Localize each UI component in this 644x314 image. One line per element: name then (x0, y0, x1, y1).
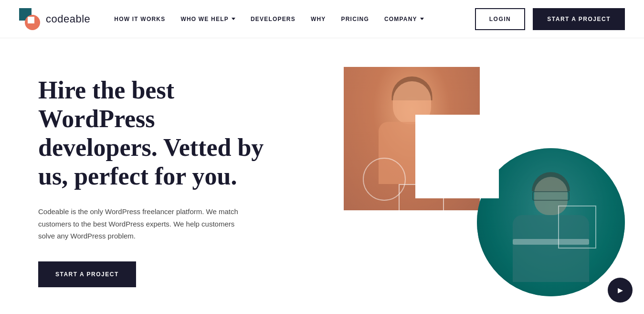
start-project-nav-button[interactable]: START A PROJECT (533, 8, 625, 30)
nav-why[interactable]: WHY (311, 16, 326, 22)
nav-who-we-help[interactable]: WHO WE HELP (180, 16, 235, 22)
hero-description: Codeable is the only WordPress freelance… (38, 206, 239, 242)
start-project-hero-button[interactable]: START A PROJECT (38, 261, 136, 287)
login-button[interactable]: LOGIN (475, 8, 526, 30)
nav-how-it-works[interactable]: HOW IT WORKS (114, 16, 165, 22)
nav-company[interactable]: COMPANY (384, 16, 424, 22)
logo-icon (19, 8, 41, 30)
nav-actions: LOGIN START A PROJECT (475, 8, 625, 30)
chat-button[interactable]: ▸ (608, 278, 633, 303)
circle-outline-decoration (363, 158, 406, 201)
hero-section: Hire the best WordPress developers. Vett… (0, 38, 644, 314)
chevron-down-icon (232, 18, 235, 20)
teal-rectangle-decoration (558, 206, 596, 249)
navbar: codeable HOW IT WORKS WHO WE HELP DEVELO… (0, 0, 644, 38)
white-square-decoration (415, 115, 499, 198)
hero-title: Hire the best WordPress developers. Vett… (38, 76, 277, 190)
brand-name: codeable (46, 13, 90, 25)
hero-content: Hire the best WordPress developers. Vett… (38, 76, 277, 287)
hero-images (315, 67, 625, 296)
nav-links: HOW IT WORKS WHO WE HELP DEVELOPERS WHY … (114, 16, 475, 22)
chat-icon: ▸ (618, 285, 623, 295)
client-photo (477, 148, 625, 296)
nav-developers[interactable]: DEVELOPERS (251, 16, 296, 22)
logo-link[interactable]: codeable (19, 8, 90, 30)
svg-rect-2 (28, 17, 34, 23)
nav-pricing[interactable]: PRICING (341, 16, 369, 22)
chevron-down-icon (420, 18, 424, 20)
